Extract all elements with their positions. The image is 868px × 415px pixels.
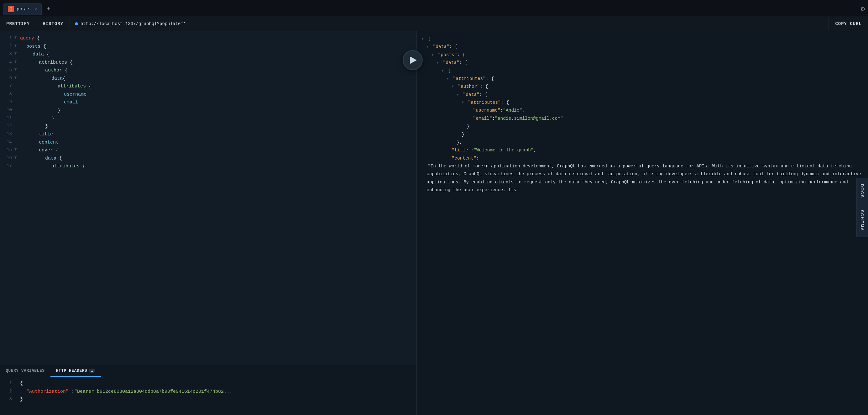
line-number: 10 bbox=[2, 107, 12, 114]
code-line-14: 14 content bbox=[0, 139, 416, 147]
collapse-arrow[interactable]: ▼ bbox=[14, 66, 19, 73]
code-line-1: 1 ▼ query { bbox=[0, 34, 416, 42]
url-bar: http://localhost:1337/graphql?populate=* bbox=[70, 21, 829, 26]
docs-button[interactable]: DOCS bbox=[857, 178, 868, 204]
code-token: : bbox=[69, 388, 74, 396]
collapse-arrow[interactable]: ▼ bbox=[432, 51, 438, 58]
resp-token: "data" bbox=[433, 43, 450, 51]
resp-token: : { bbox=[450, 43, 458, 51]
resp-token: : { bbox=[501, 99, 509, 107]
line-number: 9 bbox=[2, 98, 12, 106]
code-token: { bbox=[53, 146, 59, 154]
resp-line-item-open: ▼ { bbox=[422, 67, 863, 75]
collapse-arrow bbox=[14, 83, 19, 89]
code-line-9: 9 email bbox=[0, 98, 416, 107]
resp-token: "Andie" bbox=[503, 107, 522, 114]
collapse-arrow[interactable]: ▼ bbox=[14, 34, 19, 41]
collapse-arrow[interactable]: ▼ bbox=[457, 91, 463, 98]
right-panel: ▼ { ▼ "data" : { ▼ "posts" : { ▼ "data" … bbox=[417, 31, 868, 415]
settings-icon[interactable]: ⚙ bbox=[861, 5, 865, 13]
code-token: author bbox=[45, 66, 62, 75]
resp-token: "Welcome to the graph" bbox=[473, 146, 533, 154]
code-token: cover bbox=[39, 146, 53, 154]
resp-line-email: "email" : "andie.similon@gmail.com" bbox=[422, 115, 863, 123]
line-number: 13 bbox=[2, 130, 12, 138]
resp-token: { bbox=[428, 35, 431, 43]
bottom-tab-bar: QUERY VARIABLES HTTP HEADERS1 bbox=[0, 365, 416, 377]
collapse-arrow bbox=[14, 130, 19, 137]
code-line-7: 7 attributes { bbox=[0, 83, 416, 91]
history-button[interactable]: HISTORY bbox=[36, 17, 70, 30]
resp-token: } bbox=[462, 131, 465, 139]
copy-curl-button[interactable]: COPY CURL bbox=[829, 17, 868, 30]
tab-icon: Q bbox=[8, 6, 14, 12]
collapse-arrow[interactable]: ▼ bbox=[447, 75, 453, 82]
schema-button[interactable]: SCHEMA bbox=[857, 204, 868, 237]
code-token: attributes bbox=[39, 59, 67, 67]
url-text[interactable]: http://localhost:1337/graphql?populate=* bbox=[81, 21, 186, 26]
resp-line-data-inner: ▼ "data" : { bbox=[422, 91, 863, 99]
resp-token: "content" bbox=[452, 154, 476, 162]
collapse-arrow[interactable]: ▼ bbox=[437, 59, 443, 66]
collapse-arrow[interactable]: ▼ bbox=[14, 75, 19, 81]
collapse-arrow[interactable]: ▼ bbox=[452, 83, 458, 90]
header-line-1: 1 { bbox=[0, 380, 416, 388]
resp-token: { bbox=[448, 67, 451, 75]
line-number: 3 bbox=[2, 51, 12, 58]
collapse-arrow[interactable]: ▼ bbox=[14, 42, 19, 49]
collapse-arrow bbox=[467, 107, 473, 114]
collapse-arrow[interactable]: ▼ bbox=[442, 67, 448, 74]
line-number: 12 bbox=[2, 123, 12, 130]
resp-token: "author" bbox=[458, 83, 480, 91]
add-tab-button[interactable]: + bbox=[43, 4, 54, 14]
query-editor[interactable]: 1 ▼ query { 2 ▼ posts { 3 ▼ data { 4 ▼ bbox=[0, 31, 416, 365]
code-token: attributes bbox=[58, 83, 86, 91]
resp-token: "andie.similon@gmail.com" bbox=[495, 115, 563, 123]
resp-token: , bbox=[522, 107, 525, 114]
code-token: { bbox=[44, 51, 50, 59]
code-line-17: 17 attributes { bbox=[0, 162, 416, 171]
resp-token: "attributes" bbox=[468, 99, 501, 107]
code-line-15: 15 ▼ cover { bbox=[0, 146, 416, 154]
line-number: 16 bbox=[2, 154, 12, 162]
resp-token: , bbox=[534, 146, 536, 154]
http-headers-editor[interactable]: 1 { 2 "Authorization" : "Bearer b912ce80… bbox=[0, 377, 416, 415]
resp-line-close-attr-inner: } bbox=[422, 123, 863, 130]
resp-token: : { bbox=[486, 75, 494, 83]
tab-label: posts bbox=[17, 7, 31, 12]
collapse-arrow[interactable]: ▼ bbox=[422, 35, 428, 42]
http-headers-tab[interactable]: HTTP HEADERS1 bbox=[51, 365, 101, 377]
resp-line-data-arr: ▼ "data" : [ bbox=[422, 59, 863, 67]
collapse-arrow bbox=[14, 107, 19, 113]
resp-token: : { bbox=[457, 51, 465, 59]
code-token: username bbox=[64, 91, 87, 99]
header-line-3: 3 } bbox=[0, 395, 416, 404]
http-headers-badge: 1 bbox=[89, 368, 95, 373]
code-token: "Authorization" bbox=[26, 388, 69, 396]
line-number: 4 bbox=[2, 59, 12, 66]
code-token: attributes bbox=[52, 162, 80, 171]
close-tab-icon[interactable]: ✕ bbox=[34, 7, 37, 11]
code-line-12: 12 } bbox=[0, 123, 416, 131]
line-number: 11 bbox=[2, 114, 12, 122]
line-number: 3 bbox=[2, 395, 12, 403]
collapse-arrow bbox=[467, 115, 473, 122]
query-variables-tab[interactable]: QUERY VARIABLES bbox=[0, 365, 51, 377]
resp-token: : bbox=[476, 154, 479, 162]
code-token: { bbox=[86, 83, 92, 91]
tab-posts[interactable]: Q posts ✕ bbox=[3, 3, 42, 15]
collapse-arrow[interactable]: ▼ bbox=[14, 154, 19, 161]
collapse-arrow[interactable]: ▼ bbox=[14, 51, 19, 57]
http-headers-label: HTTP HEADERS bbox=[56, 368, 87, 373]
code-token: { bbox=[67, 59, 73, 67]
code-token: { bbox=[56, 154, 62, 163]
prettify-button[interactable]: PRETTIFY bbox=[0, 17, 36, 30]
code-token: title bbox=[39, 130, 53, 139]
collapse-arrow[interactable]: ▼ bbox=[14, 59, 19, 65]
collapse-arrow bbox=[14, 114, 19, 121]
collapse-arrow[interactable]: ▼ bbox=[462, 99, 468, 106]
collapse-arrow[interactable]: ▼ bbox=[14, 146, 19, 153]
collapse-arrow[interactable]: ▼ bbox=[427, 43, 433, 50]
collapse-arrow bbox=[14, 162, 19, 169]
run-button[interactable] bbox=[403, 50, 423, 70]
